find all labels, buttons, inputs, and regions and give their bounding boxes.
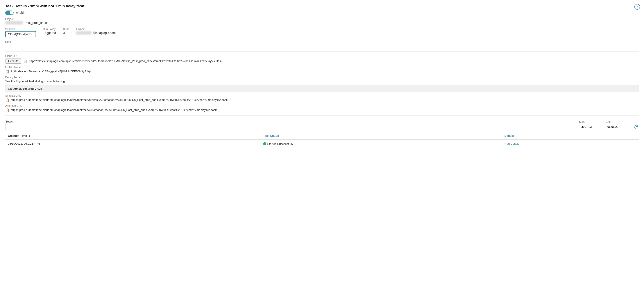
copy-cloud-url-icon[interactable]: 📋	[23, 59, 27, 63]
execute-button[interactable]: Execute	[5, 58, 21, 63]
snaplex-field: Snaplex Cloud(Cloudplex)	[5, 28, 36, 37]
project-name: Post_prod_check	[24, 21, 48, 24]
cloud-url-value: https://elastic.snaplogic.com/api/1/rest…	[29, 59, 222, 63]
run-policy-label: Run Policy	[43, 28, 56, 31]
status-icon	[263, 142, 266, 145]
divider-1	[5, 51, 639, 51]
snaplex-url-section: Snaplex URL 📋 https://prod-automation2-c…	[5, 94, 639, 102]
owner-label: Owner	[76, 28, 116, 31]
snaplex-value: Cloud(Cloudplex)	[8, 32, 32, 36]
http-header-section: HTTP Header 📋 Authorization: Bearer aca1…	[5, 66, 639, 74]
end-date-field: End	[606, 120, 630, 130]
note-value: –	[5, 44, 639, 47]
owner-avatar	[76, 31, 92, 35]
sort-arrow-icon: ▼	[28, 135, 31, 137]
snaplex-box: Cloud(Cloudplex)	[5, 31, 36, 37]
col-creation-time[interactable]: Creation Time ▼	[5, 132, 260, 139]
cloud-url-label: Cloud URL	[5, 54, 639, 58]
date-range-row: Start End	[579, 120, 639, 130]
page-title: Task Details - smpl with bot 1 min delay…	[5, 4, 639, 8]
search-label: Search	[5, 120, 49, 123]
refresh-button[interactable]	[632, 124, 639, 130]
start-label: Start	[579, 120, 603, 123]
copy-http-header-icon[interactable]: 📋	[5, 70, 10, 74]
snaplex-label: Snaplex	[5, 28, 36, 31]
debug-traces-value: See the Triggered Task dialog to enable …	[5, 80, 639, 83]
cloud-url-section: Cloud URL Execute 📋 https://elastic.snap…	[5, 54, 639, 63]
bottom-section: Search Start End	[5, 120, 639, 148]
col-details-label: Details	[504, 134, 514, 137]
search-input[interactable]	[5, 124, 49, 130]
http-header-value: Authorization: Bearer aca1SByygaaLKEjUbl…	[11, 70, 91, 73]
runs-label: Runs	[63, 28, 69, 31]
status-text: Started Successfully	[268, 142, 293, 146]
runs-value: 3	[63, 31, 69, 35]
debug-traces-label: Debug Traces	[5, 76, 639, 79]
col-task-status-label: Task Status	[263, 134, 279, 137]
project-section: Project Post_prod_check	[5, 17, 639, 24]
search-filter-row: Search Start End	[5, 120, 639, 130]
enable-toggle[interactable]	[5, 10, 14, 15]
snaplex-url-label: Snaplex URL	[5, 94, 639, 97]
snaplex-url-value: https://prod-automation2-cloud-fm.snaplo…	[11, 98, 228, 101]
start-date-input[interactable]	[579, 124, 603, 130]
col-details[interactable]: Details	[502, 132, 639, 139]
end-date-input[interactable]	[606, 124, 630, 130]
note-section: Note –	[5, 40, 639, 47]
cloudplex-secured-section: Cloudplex Secured URLs	[5, 85, 639, 92]
http-header-label: HTTP Header	[5, 66, 639, 69]
snaplex-url-row: 📋 https://prod-automation2-cloud-fm.snap…	[5, 98, 639, 102]
secured-section-title: Cloudplex Secured URLs	[8, 87, 42, 90]
alternate-url-section: Alternate URL 📋 https://prod-automation2…	[5, 104, 639, 112]
project-label: Project	[5, 17, 639, 20]
http-header-row: 📋 Authorization: Bearer aca1SByygaaLKEjU…	[5, 70, 639, 74]
owner-row: @snaplogic.com	[76, 31, 116, 35]
cloud-url-row: Execute 📋 https://elastic.snaplogic.com/…	[5, 58, 639, 63]
cell-task-status: Started Successfully	[260, 139, 502, 148]
runs-table: Creation Time ▼ Task Status Details 05/1…	[5, 132, 639, 148]
meta-row: Snaplex Cloud(Cloudplex) Run Policy Trig…	[5, 28, 639, 37]
help-icon[interactable]: ?	[634, 4, 640, 10]
runs-field: Runs 3	[63, 28, 69, 35]
col-creation-time-label: Creation Time	[8, 134, 27, 137]
note-label: Note	[5, 40, 639, 43]
task-details-container: ? Task Details - smpl with bot 1 min del…	[0, 0, 644, 152]
table-header: Creation Time ▼ Task Status Details	[5, 132, 639, 139]
alternate-url-row: 📋 https://prod-automation2-cloud-fm.snap…	[5, 108, 639, 112]
table-header-row: Creation Time ▼ Task Status Details	[5, 132, 639, 139]
table-row: 05/10/2023, 06:21:17 PMStarted Successfu…	[5, 139, 639, 148]
run-policy-field: Run Policy Triggered	[43, 28, 56, 35]
project-row: Post_prod_check	[5, 21, 639, 24]
alternate-url-label: Alternate URL	[5, 104, 639, 107]
table-body: 05/10/2023, 06:21:17 PMStarted Successfu…	[5, 139, 639, 148]
search-left: Search	[5, 120, 49, 130]
start-date-field: Start	[579, 120, 603, 130]
col-task-status[interactable]: Task Status	[260, 132, 502, 139]
alternate-url-value: https://prod-automation2-cloud-fm.snaplo…	[11, 108, 217, 112]
cell-creation-time: 05/10/2023, 06:21:17 PM	[5, 139, 260, 148]
copy-alternate-url-icon[interactable]: 📋	[5, 108, 10, 112]
run-policy-value: Triggered	[43, 31, 56, 35]
project-avatar	[5, 21, 23, 24]
cell-details: Run Details	[502, 139, 639, 148]
run-details-link[interactable]: Run Details	[504, 142, 519, 145]
enable-label: Enable	[16, 11, 26, 14]
enable-row: Enable	[5, 10, 639, 15]
owner-field: Owner @snaplogic.com	[76, 28, 116, 35]
copy-snaplex-url-icon[interactable]: 📋	[5, 98, 10, 102]
owner-suffix: @snaplogic.com	[93, 31, 116, 35]
debug-traces-section: Debug Traces See the Triggered Task dial…	[5, 76, 639, 83]
end-label: End	[606, 120, 630, 123]
